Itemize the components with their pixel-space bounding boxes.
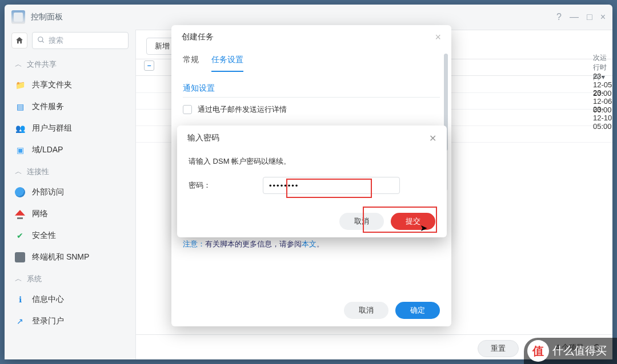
ldap-icon: ▣	[15, 145, 25, 155]
sidebar: 搜索 ︿ 文件共享 📁共享文件夹 ▤文件服务 👥用户与群组 ▣域/LDAP ︿ …	[5, 30, 136, 359]
password-label: 密码：	[189, 180, 257, 191]
password-modal-title: 输入密码	[187, 133, 219, 143]
search-input[interactable]: 搜索	[32, 32, 129, 49]
window-controls: ? — □ ×	[556, 12, 606, 22]
app-icon	[11, 10, 25, 24]
note-text: 注意：有关脚本的更多信息，请参阅本文。	[183, 239, 440, 249]
sidebar-item-external[interactable]: 外部访问	[5, 181, 135, 203]
watermark-text: 什么值得买	[552, 343, 607, 358]
password-modal: 输入密码 ✕ 请输入 DSM 帐户密码以继续。 密码： 取消 提交	[177, 126, 447, 237]
sidebar-item-ldap[interactable]: ▣域/LDAP	[5, 139, 135, 161]
home-icon[interactable]	[11, 33, 27, 48]
info-icon: ℹ	[15, 294, 25, 305]
sidebar-item-security[interactable]: ✔安全性	[5, 225, 135, 246]
ok-button[interactable]: 确定	[395, 302, 440, 319]
sidebar-item-login-portal[interactable]: ↗登录门户	[5, 310, 135, 332]
cancel-button[interactable]: 取消	[344, 302, 388, 319]
users-icon: 👥	[15, 123, 25, 134]
file-services-icon: ▤	[15, 102, 25, 112]
maximize-icon[interactable]: □	[587, 12, 592, 22]
watermark-badge-icon: 值	[527, 340, 549, 362]
chevron-up-icon: ︿	[15, 274, 22, 284]
close-icon[interactable]: ✕	[429, 133, 436, 144]
chevron-up-icon: ︿	[15, 167, 22, 177]
close-icon[interactable]: ×	[435, 31, 441, 43]
password-input[interactable]	[263, 177, 400, 194]
search-icon	[37, 36, 45, 46]
login-icon: ↗	[15, 316, 25, 326]
sidebar-item-network[interactable]: 网络	[5, 203, 135, 225]
close-icon[interactable]: ×	[600, 12, 606, 22]
network-icon	[15, 209, 25, 219]
modal-title: 创建任务	[182, 32, 214, 42]
terminal-icon	[15, 252, 25, 262]
svg-point-0	[38, 37, 43, 41]
sidebar-item-terminal[interactable]: 终端机和 SNMP	[5, 246, 135, 268]
tab-general[interactable]: 常规	[183, 55, 199, 72]
password-prompt: 请输入 DSM 帐户密码以继续。	[189, 156, 435, 167]
search-placeholder: 搜索	[49, 35, 63, 46]
reset-button[interactable]: 重置	[478, 340, 519, 357]
folder-icon: 📁	[15, 80, 25, 90]
sidebar-item-info[interactable]: ℹ信息中心	[5, 289, 135, 310]
help-icon[interactable]: ?	[556, 12, 562, 22]
minimize-icon[interactable]: —	[570, 12, 579, 22]
email-checkbox-label: 通过电子邮件发送运行详情	[198, 104, 287, 115]
email-checkbox[interactable]	[183, 105, 192, 114]
section-notification: 通知设置	[183, 80, 440, 98]
globe-icon	[15, 187, 25, 197]
password-cancel-button[interactable]: 取消	[339, 213, 384, 230]
sidebar-item-file-services[interactable]: ▤文件服务	[5, 96, 135, 118]
svg-line-1	[42, 41, 44, 42]
section-system[interactable]: ︿ 系统	[5, 268, 135, 289]
section-file-share[interactable]: ︿ 文件共享	[5, 54, 135, 74]
sidebar-item-shared-folder[interactable]: 📁共享文件夹	[5, 74, 135, 96]
window-title: 控制面板	[31, 12, 63, 22]
chevron-up-icon: ︿	[15, 59, 22, 70]
watermark: 值 什么值得买	[524, 338, 617, 364]
note-link[interactable]: 本文	[302, 240, 316, 248]
sidebar-item-users-groups[interactable]: 👥用户与群组	[5, 118, 135, 139]
shield-icon: ✔	[15, 230, 25, 241]
password-submit-button[interactable]: 提交	[391, 213, 435, 230]
section-connectivity[interactable]: ︿ 连接性	[5, 161, 135, 181]
tab-task-settings[interactable]: 任务设置	[211, 55, 243, 72]
